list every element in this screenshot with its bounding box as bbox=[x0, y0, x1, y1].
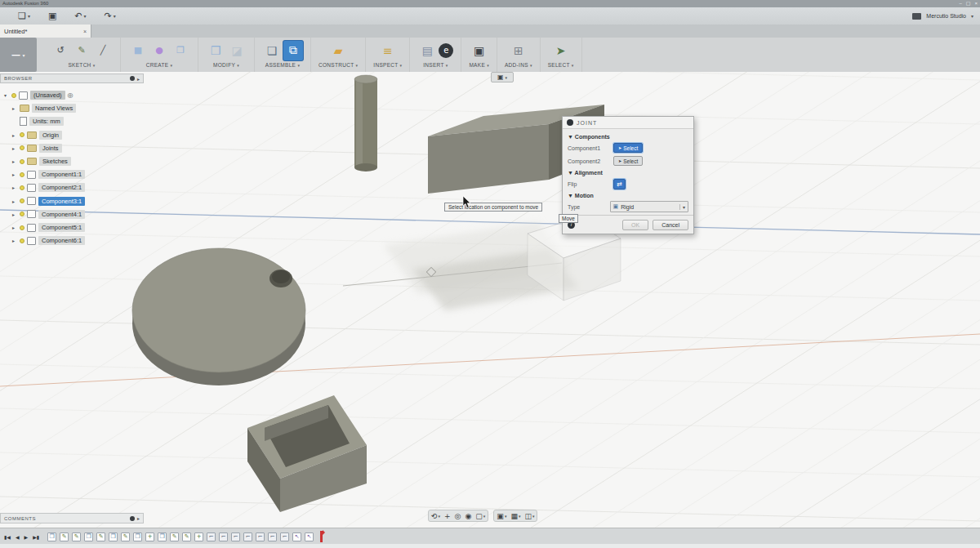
browser-header[interactable]: BROWSER ▸ bbox=[0, 74, 144, 83]
viewports-button[interactable]: ◫▾ bbox=[524, 512, 534, 520]
tree-item-label[interactable]: Component6:1 bbox=[38, 236, 85, 245]
tree-caret-icon[interactable]: ▸ bbox=[12, 238, 17, 243]
timeline-sketch-icon[interactable]: ✎ bbox=[96, 532, 105, 541]
skip-to-end-icon[interactable]: ▶▮ bbox=[33, 534, 39, 540]
tree-item--unsaved-[interactable]: ▾(Unsaved)◎ bbox=[4, 90, 74, 100]
toolbar-group-label[interactable]: CONSTRUCT ▾ bbox=[318, 62, 358, 68]
line-icon[interactable]: ╱ bbox=[93, 41, 113, 60]
timeline-sketch-icon[interactable]: ✎ bbox=[170, 532, 179, 541]
sketch-dimension-icon[interactable]: ✎ bbox=[72, 41, 91, 60]
browser-options-icon[interactable] bbox=[130, 76, 135, 81]
timeline-joint-icon[interactable]: ⌐ bbox=[256, 532, 265, 541]
component2-select-button[interactable]: ➤ Select bbox=[613, 156, 643, 166]
cylinder-component[interactable] bbox=[354, 75, 377, 172]
mcmaster-icon[interactable]: e bbox=[439, 43, 453, 58]
undo-button[interactable]: ↶▾ bbox=[74, 11, 86, 20]
minimize-icon[interactable]: – bbox=[959, 0, 961, 7]
grid-snaps-button[interactable]: ▦▾ bbox=[510, 512, 520, 520]
tree-item-component1-1[interactable]: ▸Component1:1 bbox=[12, 169, 85, 180]
toolbar-group-label[interactable]: INSERT ▾ bbox=[423, 62, 448, 68]
timeline-component-icon[interactable]: ❒ bbox=[158, 532, 167, 541]
comments-bar[interactable]: COMMENTS ▸ bbox=[0, 513, 144, 523]
tree-caret-icon[interactable]: ▸ bbox=[12, 225, 17, 230]
user-menu-caret-icon[interactable]: ▾ bbox=[971, 13, 973, 19]
joint-icon[interactable]: ⧉ bbox=[283, 41, 303, 60]
timeline-component-icon[interactable]: ❒ bbox=[133, 532, 142, 541]
pan-button[interactable]: + bbox=[444, 512, 451, 520]
motion-section-header[interactable]: ▼ Motion bbox=[568, 190, 688, 200]
visibility-bulb-icon[interactable] bbox=[11, 93, 16, 98]
file-button[interactable]: ❏▾ bbox=[18, 11, 30, 20]
document-tab[interactable]: Untitled* × bbox=[0, 25, 91, 38]
tree-caret-icon[interactable]: ▾ bbox=[4, 92, 9, 98]
tree-caret-icon[interactable]: ▸ bbox=[12, 158, 17, 164]
tree-item-component6-1[interactable]: ▸Component6:1 bbox=[12, 235, 85, 246]
timeline-joint-icon[interactable]: ⌐ bbox=[231, 532, 240, 541]
step-back-icon[interactable]: ◀ bbox=[16, 534, 20, 540]
timeline-joint-icon[interactable]: ⌐ bbox=[207, 532, 216, 541]
tree-item-label[interactable]: Component5:1 bbox=[38, 223, 85, 232]
tree-item-label[interactable]: (Unsaved) bbox=[30, 91, 65, 100]
cancel-button[interactable]: Cancel bbox=[653, 220, 688, 230]
flip-button[interactable]: ⇄ bbox=[613, 179, 626, 189]
timeline-component-icon[interactable]: ❒ bbox=[84, 532, 93, 541]
visibility-bulb-icon[interactable] bbox=[20, 159, 24, 164]
fit-button[interactable]: ▢▾ bbox=[475, 512, 485, 520]
tree-item-units-mm[interactable]: Units: mm bbox=[12, 116, 64, 127]
timeline-playhead[interactable] bbox=[320, 531, 323, 542]
browser-collapse-icon[interactable]: ▸ bbox=[137, 76, 140, 82]
orbit-button[interactable]: ⟲▾ bbox=[431, 512, 440, 520]
timeline-sketch-icon[interactable]: ✎ bbox=[121, 532, 130, 541]
visibility-bulb-icon[interactable] bbox=[20, 238, 24, 243]
press-pull-icon[interactable]: ❒ bbox=[206, 41, 225, 60]
tree-item-component3-1[interactable]: ▸Component3:1 bbox=[12, 196, 85, 207]
maximize-icon[interactable]: ▢ bbox=[966, 0, 971, 7]
tree-item-named-views[interactable]: ▸Named Views bbox=[12, 103, 76, 114]
tree-item-label[interactable]: Component4:1 bbox=[38, 210, 85, 219]
component1-select-button[interactable]: ➤ Select bbox=[613, 143, 643, 153]
save-button[interactable]: ▣ bbox=[48, 11, 56, 20]
tree-item-label[interactable]: Named Views bbox=[32, 104, 76, 113]
visibility-bulb-icon[interactable] bbox=[20, 212, 24, 216]
timeline-arrow-icon[interactable]: ↖ bbox=[292, 532, 301, 541]
viewport-canvas[interactable]: BROWSER ▸ ▾(Unsaved)◎▸Named ViewsUnits: … bbox=[0, 72, 980, 528]
measure-icon[interactable]: ≡ bbox=[378, 41, 398, 60]
tree-item-component4-1[interactable]: ▸Component4:1 bbox=[12, 209, 85, 220]
redo-button[interactable]: ↷▾ bbox=[105, 11, 116, 20]
box-icon[interactable]: ■ bbox=[128, 41, 148, 60]
toolbar-group-label[interactable]: MAKE ▾ bbox=[469, 62, 489, 68]
toolbar-group-label[interactable]: CREATE ▾ bbox=[146, 62, 173, 68]
timeline-joint-icon[interactable]: ⌐ bbox=[243, 532, 252, 541]
timeline-move-icon[interactable]: + bbox=[194, 532, 203, 541]
toolbar-group-label[interactable]: ADD-INS ▾ bbox=[505, 62, 532, 68]
attached-canvas-icon[interactable]: ▤ bbox=[417, 41, 437, 60]
timeline-move-icon[interactable]: + bbox=[145, 532, 154, 541]
workspace-selector[interactable]: — ▾ bbox=[0, 38, 37, 72]
timeline-joint-icon[interactable]: ⌐ bbox=[268, 532, 277, 541]
visibility-bulb-icon[interactable] bbox=[20, 198, 24, 203]
visibility-bulb-icon[interactable] bbox=[20, 145, 24, 150]
tree-item-label[interactable]: Component3:1 bbox=[38, 197, 85, 206]
tree-item-label[interactable]: Component1:1 bbox=[38, 170, 85, 179]
create-sketch-icon[interactable]: ↺ bbox=[51, 41, 70, 60]
tree-item-component5-1[interactable]: ▸Component5:1 bbox=[12, 222, 85, 233]
select-cursor-icon[interactable]: ➤ bbox=[551, 41, 571, 60]
visibility-bulb-icon[interactable] bbox=[20, 132, 24, 137]
visibility-bulb-icon[interactable] bbox=[20, 225, 24, 230]
timeline-joint-icon[interactable]: ⌐ bbox=[219, 532, 228, 541]
comments-options-icon[interactable] bbox=[130, 516, 135, 521]
play-icon[interactable]: ▶ bbox=[24, 534, 29, 540]
new-component-icon[interactable]: ❏ bbox=[262, 41, 282, 60]
timeline-sketch-icon[interactable]: ✎ bbox=[182, 532, 191, 541]
joint-mode-mini-button[interactable]: ▣ ▾ bbox=[491, 72, 514, 82]
tree-item-label[interactable]: Units: mm bbox=[29, 117, 64, 126]
tree-caret-icon[interactable]: ▸ bbox=[12, 212, 17, 217]
tree-item-joints[interactable]: ▸Joints bbox=[12, 143, 62, 154]
disc-component[interactable] bbox=[132, 248, 305, 385]
construction-plane-icon[interactable]: ▰ bbox=[328, 41, 348, 60]
zoom-button[interactable]: ◎ bbox=[455, 512, 461, 520]
activate-component-icon[interactable]: ◎ bbox=[68, 92, 74, 99]
tree-caret-icon[interactable]: ▸ bbox=[12, 105, 17, 111]
comments-expand-icon[interactable]: ▸ bbox=[137, 515, 140, 521]
tree-caret-icon[interactable]: ▸ bbox=[12, 132, 17, 138]
